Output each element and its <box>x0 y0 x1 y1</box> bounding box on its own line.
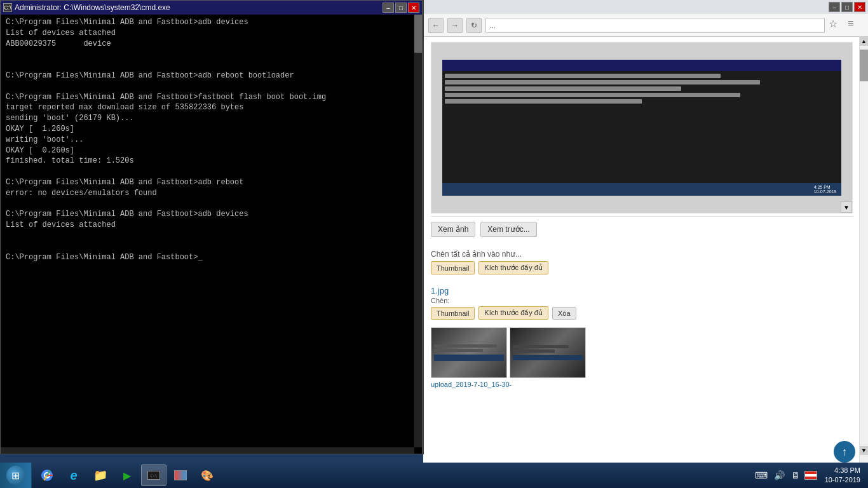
tray-date: 10-07-2019 <box>825 475 860 485</box>
taskbar-app-ie[interactable]: e <box>61 464 86 486</box>
start-orb: ⊞ <box>6 466 25 485</box>
taskbar-app-paint[interactable]: 🎨 <box>194 464 220 486</box>
tray-volume-icon[interactable]: 🔊 <box>772 470 787 480</box>
upload-actions: Xem ảnh Xem trước... <box>431 216 853 242</box>
fake-screenshot: 4:25 PM10-07-2019 <box>442 60 842 196</box>
gallery-area: 4:25 PM10-07-2019 ▼ ▲ <box>431 42 853 214</box>
file-name: 1.jpg <box>431 286 853 295</box>
upload-server-btn[interactable]: ↑ <box>834 441 855 463</box>
thumb-image-1 <box>431 327 507 378</box>
browser-minimize-btn[interactable]: – <box>829 2 840 12</box>
fake-ss-bar <box>442 60 842 71</box>
chrome-icon <box>41 469 53 482</box>
file-full-size-btn[interactable]: Kích thước đầy đủ <box>478 306 548 320</box>
cmd-title: Administrator: C:\Windows\system32\cmd.e… <box>15 3 170 12</box>
browser-close-btn[interactable]: ✕ <box>854 2 865 12</box>
cmd-scrollbar-thumb[interactable] <box>414 15 422 53</box>
browser-back-btn[interactable]: ← <box>428 18 444 33</box>
browser-refresh-btn[interactable]: ↻ <box>466 18 482 33</box>
file-item: 1.jpg Chèn: Thumbnail Kích thước đầy đủ … <box>431 283 853 322</box>
thumb-images-row <box>431 327 853 378</box>
cmd-content[interactable]: C:\Program Files\Minimal ADB and Fastboo… <box>1 15 422 454</box>
gallery-image: 4:25 PM10-07-2019 <box>431 43 852 213</box>
view-preview-btn[interactable]: Xem trước... <box>480 222 536 237</box>
taskbar-app-cmd[interactable]: C:\ <box>141 464 166 486</box>
cmd-taskbar-icon: C:\ <box>147 471 160 480</box>
cmd-window: C:\ Administrator: C:\Windows\system32\c… <box>0 0 423 454</box>
taskbar-tray: ⌨ 🔊 🖥 4:38 PM 10-07-2019 <box>750 463 868 488</box>
scroll-down-arrow[interactable]: ▼ <box>860 446 868 455</box>
tray-keyboard-icon[interactable]: ⌨ <box>753 470 770 480</box>
cmd-minimize-btn[interactable]: – <box>383 3 394 13</box>
scroll-thumb[interactable] <box>860 50 868 81</box>
insert-all-section: Chèn tất cả ảnh vào như... Thumbnail Kíc… <box>431 246 853 278</box>
tray-time: 4:38 PM <box>825 466 860 475</box>
hex-icon <box>174 470 187 480</box>
cmd-icon: C:\ <box>3 3 12 12</box>
browser-content: 4:25 PM10-07-2019 ▼ ▲ Xem ảnh Xem trước.… <box>423 37 868 488</box>
fake-ss-content <box>442 71 842 183</box>
file-thumbnail-btn[interactable]: Thumbnail <box>431 307 475 320</box>
thumb-image-2 <box>510 327 586 378</box>
tray-clock[interactable]: 4:38 PM 10-07-2019 <box>820 466 865 485</box>
browser-bookmark-btn[interactable]: ☆ <box>829 18 844 33</box>
tray-network-icon[interactable]: 🖥 <box>789 470 802 480</box>
gallery-scroll-down[interactable]: ▼ <box>841 201 852 213</box>
scroll-up-arrow[interactable]: ▲ <box>860 37 868 46</box>
browser-maximize-btn[interactable]: □ <box>841 2 853 12</box>
thumb-img-inner-2 <box>510 328 585 377</box>
file-insert-label: Chèn: <box>431 297 853 304</box>
cmd-close-btn[interactable]: ✕ <box>408 3 419 13</box>
insert-all-label: Chèn tất cả ảnh vào như... <box>431 250 853 259</box>
address-text: ... <box>490 22 496 29</box>
browser-forward-btn[interactable]: → <box>447 18 463 33</box>
start-button[interactable]: ⊞ <box>0 463 32 488</box>
file-delete-btn[interactable]: Xóa <box>552 307 576 320</box>
cmd-titlebar: C:\ Administrator: C:\Windows\system32\c… <box>1 1 422 15</box>
taskbar-apps: e 📁 ▶ C:\ 🎨 <box>32 463 222 488</box>
upload-server-icon: ↑ <box>842 445 848 459</box>
file-btn-row: Thumbnail Kích thước đầy đủ Xóa <box>431 306 853 320</box>
view-image-btn[interactable]: Xem ảnh <box>431 222 475 237</box>
browser-toolbar: ← → ↻ ... ☆ ≡ <box>423 14 868 37</box>
taskbar-app-folder[interactable]: 📁 <box>88 464 113 486</box>
upload-panel: 4:25 PM10-07-2019 ▼ ▲ Xem ảnh Xem trước.… <box>423 37 860 488</box>
taskbar-app-hex[interactable] <box>168 464 193 486</box>
browser-address-bar[interactable]: ... <box>485 18 825 33</box>
insert-btn-row: Thumbnail Kích thước đầy đủ <box>431 261 853 274</box>
taskbar: ⊞ e 📁 ▶ C:\ 🎨 ⌨ 🔊 🖥 <box>0 463 868 488</box>
cmd-titlebar-left: C:\ Administrator: C:\Windows\system32\c… <box>3 3 170 12</box>
browser-titlebar: – □ ✕ <box>423 0 868 14</box>
cmd-scrollbar[interactable] <box>414 15 422 447</box>
insert-full-size-btn[interactable]: Kích thước đầy đủ <box>478 261 548 274</box>
cmd-hscrollbar[interactable] <box>1 447 414 454</box>
taskbar-app-chrome[interactable] <box>34 464 60 486</box>
thumb-img-inner-1 <box>431 328 506 377</box>
upload-filename: upload_2019-7-10_16-30- <box>431 381 853 388</box>
browser-scrollbar[interactable]: ▲ ▼ <box>859 37 868 464</box>
browser-window: – □ ✕ ← → ↻ ... ☆ ≡ <box>423 0 868 488</box>
fake-taskbar: 4:25 PM10-07-2019 <box>442 183 842 196</box>
taskbar-app-media[interactable]: ▶ <box>114 464 140 486</box>
tray-flag-icon[interactable] <box>804 471 817 480</box>
browser-menu-btn[interactable]: ≡ <box>848 18 863 33</box>
cmd-controls: – □ ✕ <box>383 3 419 13</box>
cmd-maximize-btn[interactable]: □ <box>395 3 407 13</box>
insert-thumbnail-btn[interactable]: Thumbnail <box>431 261 475 274</box>
